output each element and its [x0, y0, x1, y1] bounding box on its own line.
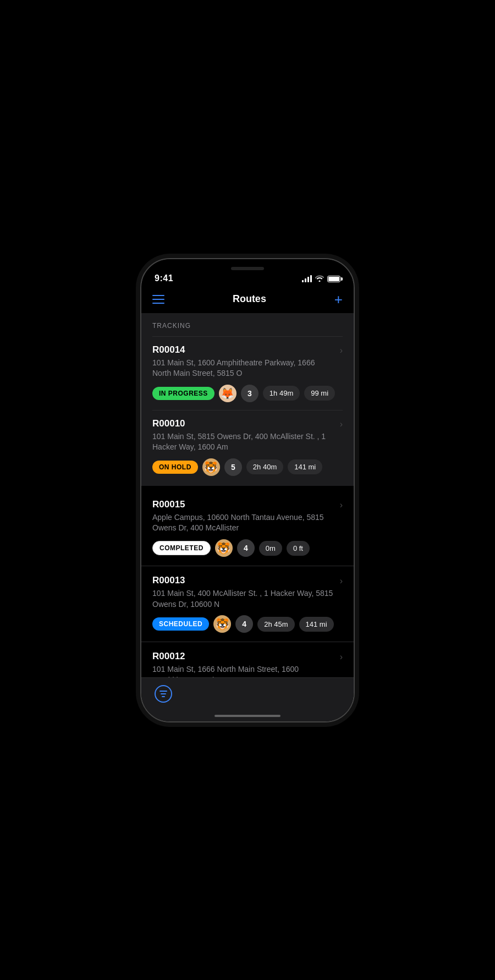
route-card-r00012[interactable]: R00012 101 Main St, 1666 North Main Stre… [141, 642, 354, 677]
phone-frame: 9:41 [140, 258, 355, 722]
duration-pill: 2h 40m [246, 459, 283, 474]
avatar: 🐯 [213, 615, 231, 633]
chevron-icon: › [340, 652, 343, 662]
home-indicator [215, 715, 280, 717]
route-card-r00014[interactable]: R00014 101 Main St, 1600 Amphitheatre Pa… [152, 336, 343, 410]
duration-pill: 2h 45m [257, 617, 294, 632]
speaker [231, 267, 264, 270]
route-address: Apple Campus, 10600 North Tantau Avenue,… [152, 512, 336, 534]
route-address: 101 Main St, 1600 Amphitheatre Parkway, … [152, 358, 336, 379]
status-icons [302, 275, 340, 283]
stop-count: 5 [224, 458, 242, 476]
chevron-icon: › [340, 500, 343, 510]
filter-line-top [160, 691, 167, 692]
route-meta: IN PROGRESS 🦊 3 1h 49m 99 mi [152, 385, 343, 402]
route-card-r00010[interactable]: R00010 101 Main St, 5815 Owens Dr, 400 M… [152, 410, 343, 484]
page-title: Routes [233, 293, 266, 305]
filter-line-mid [161, 693, 166, 694]
distance-pill: 0 ft [287, 541, 310, 556]
avatar: 🐯 [202, 458, 220, 476]
route-meta: COMPLETED 🐯 4 0m 0 ft [152, 539, 343, 557]
tracking-label: TRACKING [152, 322, 343, 330]
chevron-icon: › [340, 576, 343, 586]
filter-button[interactable] [155, 685, 172, 703]
route-address: 101 Main St, 400 McAllister St. , 1 Hack… [152, 588, 336, 610]
signal-icon [302, 276, 312, 282]
duration-pill: 0m [259, 541, 282, 556]
distance-pill: 141 mi [299, 617, 334, 632]
route-card-r00015[interactable]: R00015 Apple Campus, 10600 North Tantau … [141, 490, 354, 566]
route-id: R00015 [152, 499, 336, 510]
status-bar: 9:41 [141, 259, 354, 287]
routes-list: TRACKING R00014 101 Main St, 1600 Amphit… [141, 313, 354, 677]
status-badge-in-progress: IN PROGRESS [152, 387, 215, 400]
add-route-button[interactable]: + [334, 292, 343, 306]
route-id: R00014 [152, 344, 336, 355]
route-card-r00013[interactable]: R00013 101 Main St, 400 McAllister St. ,… [141, 566, 354, 642]
route-address: 101 Main St, 5815 Owens Dr, 400 McAllist… [152, 431, 336, 453]
avatar: 🐯 [215, 539, 233, 557]
notch [212, 259, 283, 278]
stop-count: 4 [235, 615, 253, 633]
avatar: 🦊 [219, 385, 237, 402]
filter-line-bot [162, 696, 165, 697]
status-time: 9:41 [155, 273, 173, 283]
wifi-icon [315, 275, 324, 283]
duration-pill: 1h 49m [263, 386, 300, 401]
menu-button[interactable] [152, 295, 164, 304]
route-id: R00012 [152, 651, 336, 662]
chevron-icon: › [340, 346, 343, 355]
chevron-icon: › [340, 419, 343, 429]
status-badge-scheduled: SCHEDULED [152, 617, 209, 631]
route-id: R00010 [152, 418, 336, 429]
route-meta: SCHEDULED 🐯 4 2h 45m 141 mi [152, 615, 343, 633]
route-address: 101 Main St, 1666 North Main Street, 160… [152, 664, 336, 677]
distance-pill: 99 mi [304, 386, 335, 401]
stop-count: 4 [237, 539, 255, 557]
stop-count: 3 [241, 385, 258, 402]
route-meta: ON HOLD 🐯 5 2h 40m 141 mi [152, 458, 343, 476]
distance-pill: 141 mi [288, 459, 322, 474]
tracking-section: TRACKING R00014 101 Main St, 1600 Amphit… [141, 313, 354, 486]
app-header: Routes + [141, 287, 354, 313]
status-badge-completed: COMPLETED [152, 541, 211, 555]
route-id: R00013 [152, 575, 336, 586]
status-badge-on-hold: ON HOLD [152, 461, 198, 474]
battery-icon [327, 276, 340, 282]
phone-screen: 9:41 [141, 259, 354, 721]
